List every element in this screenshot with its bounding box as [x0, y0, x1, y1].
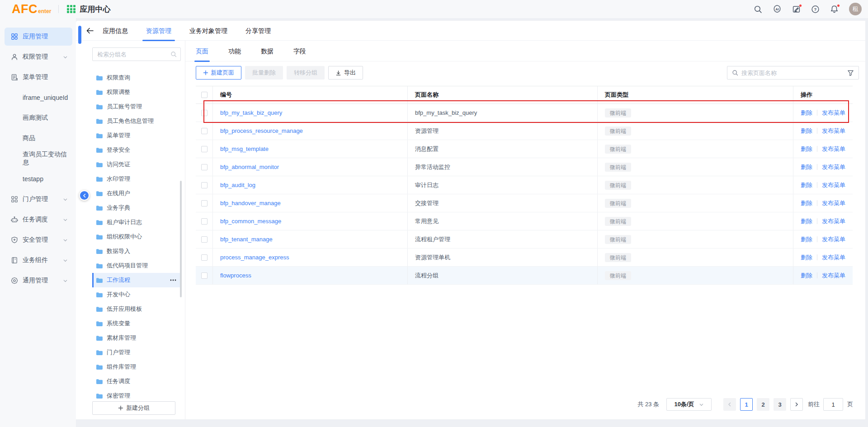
group-item[interactable]: 门户管理 — [92, 345, 181, 360]
page-id-link[interactable]: bfp_handover_manage — [220, 200, 281, 206]
sidebar-item[interactable]: 菜单管理 — [5, 68, 72, 86]
delete-link[interactable]: 删除 — [801, 181, 812, 189]
notes-icon[interactable] — [792, 5, 801, 14]
group-item[interactable]: 工作流程 — [92, 273, 181, 287]
row-checkbox[interactable] — [201, 254, 208, 261]
sidebar-item[interactable]: 任务调度 — [5, 211, 72, 229]
publish-menu-link[interactable]: 发布菜单 — [822, 145, 845, 153]
page-id-link[interactable]: bfp_tenant_manage — [220, 236, 273, 243]
delete-link[interactable]: 删除 — [801, 235, 812, 244]
group-item[interactable]: 系统变量 — [92, 316, 181, 331]
group-list-scrollbar[interactable] — [180, 181, 182, 297]
group-item[interactable]: 低代码项目管理 — [92, 258, 181, 273]
delete-link[interactable]: 删除 — [801, 272, 812, 280]
sidebar-item[interactable]: 安全管理 — [5, 231, 72, 249]
group-item[interactable]: 在线用户 — [92, 186, 181, 201]
sidebar-item[interactable]: testapp — [5, 170, 72, 188]
page-id-link[interactable]: bfp_process_resource_manage — [220, 127, 303, 134]
row-checkbox[interactable] — [201, 146, 208, 152]
group-search-input[interactable] — [97, 51, 170, 58]
delete-link[interactable]: 删除 — [801, 217, 812, 225]
page-id-link[interactable]: bfp_abnormal_monitor — [220, 164, 279, 170]
tab[interactable]: 业务对象管理 — [189, 21, 227, 41]
sidebar-item[interactable]: 门户管理 — [5, 190, 72, 208]
group-item[interactable]: 租户审计日志 — [92, 215, 181, 230]
page-size-select[interactable]: 10条/页 — [666, 398, 712, 411]
page-id-link[interactable]: process_manage_express — [220, 254, 289, 261]
row-checkbox[interactable] — [201, 272, 208, 279]
row-checkbox[interactable] — [201, 218, 208, 225]
back-button[interactable] — [86, 27, 94, 34]
row-checkbox[interactable] — [201, 110, 208, 116]
delete-link[interactable]: 删除 — [801, 109, 812, 117]
page-number-button[interactable]: 2 — [757, 398, 769, 411]
help-icon[interactable]: ? — [811, 5, 820, 14]
row-checkbox[interactable] — [201, 164, 208, 170]
tab[interactable]: 资源管理 — [146, 21, 171, 41]
page-search-input[interactable] — [741, 70, 844, 76]
row-checkbox[interactable] — [201, 236, 208, 243]
page-number-button[interactable]: 3 — [774, 398, 786, 411]
sub-tab[interactable]: 功能 — [228, 41, 241, 61]
ai-icon[interactable]: AI — [773, 5, 782, 14]
publish-menu-link[interactable]: 发布菜单 — [822, 181, 845, 189]
sidebar-collapse-button[interactable] — [79, 190, 90, 201]
export-button[interactable]: 导出 — [328, 66, 363, 80]
batch-delete-button[interactable]: 批量删除 — [245, 66, 283, 80]
row-checkbox[interactable] — [201, 200, 208, 206]
transfer-group-button[interactable]: 转移分组 — [287, 66, 325, 80]
row-checkbox[interactable] — [201, 182, 208, 188]
next-page-button[interactable] — [790, 398, 803, 411]
publish-menu-link[interactable]: 发布菜单 — [822, 253, 845, 262]
bell-icon[interactable] — [830, 5, 839, 14]
page-number-button[interactable]: 1 — [740, 398, 753, 411]
sub-tab[interactable]: 数据 — [261, 41, 274, 61]
tab[interactable]: 应用信息 — [103, 21, 128, 41]
page-id-link[interactable]: bfp_msg_template — [220, 145, 269, 152]
more-icon[interactable] — [170, 279, 176, 281]
new-group-button[interactable]: 新建分组 — [92, 401, 175, 415]
page-id-link[interactable]: bfp_audit_log — [220, 182, 255, 188]
group-item[interactable]: 组织权限中心 — [92, 230, 181, 244]
sidebar-item[interactable]: 通用管理 — [5, 272, 72, 290]
page-id-link[interactable]: bfp_common_message — [220, 218, 281, 225]
prev-page-button[interactable] — [723, 398, 736, 411]
sidebar-item[interactable]: iframe_uniqueId — [5, 89, 72, 107]
group-item[interactable]: 业务字典 — [92, 201, 181, 215]
publish-menu-link[interactable]: 发布菜单 — [822, 109, 845, 117]
group-item[interactable]: 组件库管理 — [92, 360, 181, 374]
search-icon[interactable] — [754, 5, 762, 14]
new-page-button[interactable]: 新建页面 — [196, 66, 241, 80]
publish-menu-link[interactable]: 发布菜单 — [822, 272, 845, 280]
group-item[interactable]: 员工账号管理 — [92, 99, 181, 114]
page-id-link[interactable]: flowprocess — [220, 272, 251, 279]
publish-menu-link[interactable]: 发布菜单 — [822, 235, 845, 244]
group-item[interactable]: 菜单管理 — [92, 128, 181, 143]
page-id-link[interactable]: bfp_my_task_biz_query — [220, 109, 282, 116]
group-item[interactable]: 登录安全 — [92, 143, 181, 157]
group-item[interactable]: 员工角色信息管理 — [92, 114, 181, 128]
sidebar-item[interactable]: 应用管理 — [5, 28, 72, 46]
group-item[interactable]: 水印管理 — [92, 172, 181, 186]
publish-menu-link[interactable]: 发布菜单 — [822, 217, 845, 225]
group-item[interactable]: 权限查询 — [92, 70, 181, 85]
goto-page-input[interactable] — [823, 398, 843, 411]
sidebar-item[interactable]: 业务组件 — [5, 251, 72, 269]
group-item[interactable]: 数据导入 — [92, 244, 181, 258]
publish-menu-link[interactable]: 发布菜单 — [822, 163, 845, 171]
sidebar-item[interactable]: 查询员工变动信息 — [5, 150, 72, 168]
delete-link[interactable]: 删除 — [801, 199, 812, 207]
sidebar-item[interactable]: 权限管理 — [5, 48, 72, 66]
group-item[interactable]: 权限调整 — [92, 85, 181, 99]
delete-link[interactable]: 删除 — [801, 127, 812, 135]
filter-icon[interactable] — [847, 70, 854, 76]
group-item[interactable]: 素材库管理 — [92, 331, 181, 345]
sidebar-item[interactable]: 画廊测试 — [5, 109, 72, 127]
delete-link[interactable]: 删除 — [801, 145, 812, 153]
group-item[interactable]: 开发中心 — [92, 287, 181, 302]
delete-link[interactable]: 删除 — [801, 253, 812, 262]
user-avatar[interactable]: 租 — [849, 3, 862, 15]
publish-menu-link[interactable]: 发布菜单 — [822, 127, 845, 135]
group-item[interactable]: 低开应用模板 — [92, 302, 181, 316]
sub-tab[interactable]: 页面 — [196, 41, 208, 61]
